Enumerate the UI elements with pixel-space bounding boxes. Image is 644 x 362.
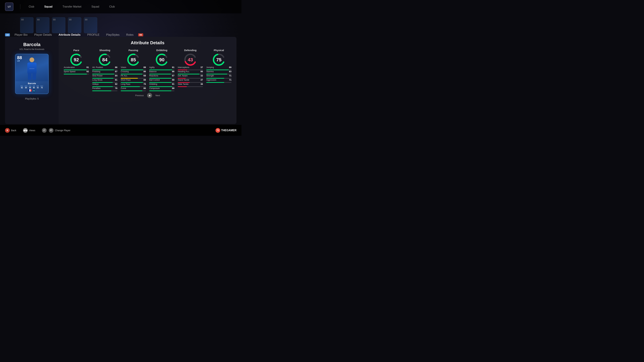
left-panel: Barcola UCL Road to the Knockouts 88 LW — [5, 37, 59, 124]
bg-card-4: 88 — [68, 17, 81, 33]
attribute-details-title: Attribute Details — [64, 40, 232, 45]
stat-interceptions: Interceptions 37 — [178, 66, 203, 68]
passing-stats: Vision 89 Crossing 86 FK Acc. 68 — [121, 66, 146, 91]
bg-card-2: 88 — [36, 17, 50, 33]
nav-item-squad2[interactable]: Squad — [90, 4, 101, 9]
player-name: Barcola — [23, 42, 40, 47]
change-player-control: LT RT Change Player — [42, 128, 70, 133]
rb-indicator: RB — [138, 33, 143, 36]
thegamer-logo: THEGAMER — [221, 129, 236, 132]
stat-shot-power: Shot Power 84 — [92, 74, 118, 77]
stat-slide-tackle: Slide Tackle 36 — [178, 83, 203, 85]
defending-stats: Interceptions 37 Heading Acc. 86 Def. Aw… — [178, 66, 203, 87]
stat-stamina: Stamina 83 — [206, 70, 232, 73]
next-button[interactable]: Next — [156, 94, 160, 97]
stat-agility: Agility 91 — [149, 66, 174, 68]
b-button[interactable]: B — [5, 128, 10, 133]
views-control: ◀R▶ Views — [23, 128, 35, 133]
stat-fk-acc: FK Acc. 68 — [121, 74, 146, 77]
nav-logo: U7 — [5, 2, 14, 11]
nav-circle: ◉ — [147, 93, 152, 98]
card-flags: PSG — [28, 89, 36, 92]
rt-button[interactable]: RT — [49, 128, 54, 133]
bg-card-3: 88 — [52, 17, 66, 33]
views-label: Views — [29, 129, 35, 132]
attributes-grid: Pace 92 Acceleration 91 Sprint Spee — [64, 49, 232, 91]
category-shooting: Shooting 84 Att. Position 86 Finish — [92, 49, 118, 91]
stat-def-aware: Def. Aware 32 — [178, 74, 203, 77]
player-subtitle: UCL Road to the Knockouts — [20, 48, 44, 50]
thegamer-branding: TG THEGAMER — [216, 128, 236, 133]
thegamer-icon: TG — [216, 128, 220, 133]
bottom-bar: B Back ◀R▶ Views LT RT Change Player TG … — [0, 125, 242, 136]
card-overall: 88 — [17, 55, 22, 60]
dribbling-gauge: 90 — [154, 53, 170, 65]
card-stat-phy: PHY 75 — [40, 85, 43, 89]
card-name-label: Barcola — [28, 82, 36, 85]
shooting-stats: Att. Position 86 Finishing 87 Shot Power… — [92, 66, 118, 91]
change-player-label: Change Player — [55, 129, 70, 132]
stat-long-shots: Long Shots 81 — [92, 79, 118, 81]
nav-divider — [20, 4, 20, 9]
nav-item-club2[interactable]: Club — [108, 4, 116, 9]
card-stat-dri: DRI 90 — [33, 85, 35, 89]
stat-acceleration: Acceleration 91 — [64, 66, 89, 68]
card-stat-def: DEF 43 — [36, 85, 39, 89]
card-stat-sho: SHO 84 — [24, 85, 27, 89]
stat-ball-control: Ball Control 88 — [149, 79, 174, 81]
nav-item-transfer-market[interactable]: Transfer Market — [61, 4, 83, 9]
stat-balance: Balance 86 — [149, 70, 174, 73]
bottom-right: TG THEGAMER — [216, 128, 236, 133]
lt-button[interactable]: LT — [42, 128, 46, 133]
stat-finishing: Finishing 87 — [92, 70, 118, 73]
main-content: Barcola UCL Road to the Knockouts 88 LW — [5, 37, 236, 124]
stat-vision: Vision 89 — [121, 66, 146, 68]
card-stat-pac: PAC 92 — [21, 85, 23, 89]
stat-sprint-speed: Sprint Speed 92 — [64, 70, 89, 73]
prev-next-navigation: Previous ◉ Next — [64, 93, 232, 98]
category-passing: Passing 85 Vision 89 Crossing — [121, 49, 146, 91]
card-stat-pas: PAS 85 — [29, 85, 31, 89]
stat-composure: Composure 88 — [149, 87, 174, 89]
stat-strength: Strength 71 — [206, 74, 232, 77]
stat-heading-acc: Heading Acc. 86 — [178, 70, 203, 73]
back-label: Back — [11, 129, 16, 132]
stat-volleys: Volleys 82 — [92, 83, 118, 85]
stat-short-pass: Short Pass 88 — [121, 79, 146, 81]
stat-aggression: Aggression 71 — [206, 79, 232, 81]
category-dribbling: Dribbling 90 Agility 91 Balance — [149, 49, 174, 91]
stat-jumping: Jumping 89 — [206, 66, 232, 68]
stat-dribbling-sub: Dribbling 91 — [149, 83, 174, 85]
card-stats-row: PAC 92 SHO 84 PAS 85 DRI 90 DEF 43 — [20, 85, 44, 89]
stat-att-position: Att. Position 86 — [92, 66, 118, 68]
playstyles-info: PlayStyles: 5 — [25, 97, 39, 100]
physical-gauge: 75 — [211, 53, 226, 65]
defending-gauge: 43 — [183, 53, 198, 65]
right-panel: Attribute Details Pace 92 Acceleration 9… — [59, 37, 236, 124]
stat-stand-tackle: Stand Tackle 47 — [178, 79, 203, 81]
card-top: 88 LW — [17, 55, 22, 62]
shooting-gauge: 84 — [97, 53, 112, 65]
r-button[interactable]: ◀R▶ — [23, 128, 28, 133]
stat-curve: Curve 86 — [121, 87, 146, 89]
pace-stats: Acceleration 91 Sprint Speed 92 — [64, 66, 89, 74]
back-control: B Back — [5, 128, 16, 133]
top-navigation: U7 Club Squad Transfer Market Squad Club — [0, 0, 242, 13]
player-card: 88 LW Barcola — [15, 54, 49, 94]
stat-long-pass: Long Pass 76 — [121, 83, 146, 85]
bg-card-1: 88 — [20, 17, 34, 33]
stat-penalties: Penalties 76 — [92, 87, 118, 89]
passing-gauge: 85 — [126, 53, 141, 65]
nav-item-squad[interactable]: Squad — [42, 4, 54, 9]
previous-button[interactable]: Previous — [135, 94, 144, 97]
stat-crossing: Crossing 86 — [121, 70, 146, 73]
pace-gauge: 92 — [69, 53, 84, 65]
category-pace: Pace 92 Acceleration 91 Sprint Spee — [64, 49, 89, 91]
category-defending: Defending 43 Interceptions 37 Headi — [178, 49, 203, 91]
stat-reactions: Reactions 87 — [149, 74, 174, 77]
dribbling-stats: Agility 91 Balance 86 Reactions 87 — [149, 66, 174, 91]
nav-item-club[interactable]: Club — [27, 4, 36, 9]
category-physical: Physical 75 Jumping 89 Stamina — [206, 49, 232, 91]
lb-indicator: LB — [5, 33, 10, 36]
bg-card-5: 88 — [84, 17, 97, 33]
